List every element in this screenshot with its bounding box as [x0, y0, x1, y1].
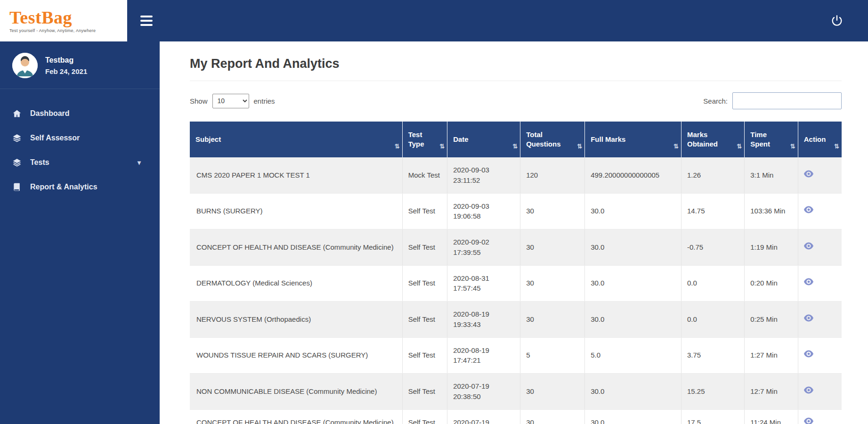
show-entries: Show 10 entries — [190, 94, 275, 108]
table-row: NERVOUS SYSTEM (Orthopaedics)Self Test20… — [190, 302, 842, 338]
column-header-test-type[interactable]: Test Type⇅ — [402, 122, 447, 157]
column-header-label: Test Type — [408, 130, 424, 148]
cell-full-marks: 30.0 — [585, 265, 681, 302]
cell-date: 2020-08-19 17:47:21 — [447, 337, 520, 374]
menu-toggle-icon[interactable] — [140, 14, 156, 28]
sidebar: Testbag Feb 24, 2021 DashboardSelf Asses… — [0, 41, 160, 424]
sidebar-item-label: Tests — [30, 158, 49, 167]
search-input[interactable] — [732, 92, 842, 109]
power-icon — [830, 14, 844, 27]
user-block: Testbag Feb 24, 2021 — [0, 41, 160, 89]
cell-time-spent: 11:24 Min — [745, 409, 798, 424]
table-row: BURNS (SURGERY)Self Test2020-09-03 19:06… — [190, 193, 842, 229]
cell-test-type: Self Test — [402, 409, 447, 424]
view-report-eye-icon[interactable] — [804, 278, 813, 285]
cell-marks-obtained: 17.5 — [681, 409, 745, 424]
logout-power-button[interactable] — [830, 14, 844, 27]
view-report-eye-icon[interactable] — [804, 206, 813, 213]
sidebar-item-label: Report & Analytics — [30, 183, 97, 191]
cell-test-type: Self Test — [402, 374, 447, 410]
column-header-label: Date — [453, 135, 469, 143]
cell-marks-obtained: -0.75 — [681, 229, 745, 266]
main-content: My Report And Analytics Show 10 entries … — [160, 41, 868, 424]
entries-label: entries — [254, 97, 275, 105]
column-header-full-marks[interactable]: Full Marks⇅ — [585, 122, 681, 157]
table-header: Subject⇅Test Type⇅Date⇅Total Questions⇅F… — [190, 122, 842, 157]
column-header-label: Total Questions — [526, 130, 560, 148]
cell-total-questions: 30 — [520, 193, 585, 229]
view-report-eye-icon[interactable] — [804, 314, 813, 322]
cell-subject: DERMATOLOGY (Medical Sciences) — [190, 265, 402, 302]
cell-test-type: Mock Test — [402, 157, 447, 193]
home-icon — [12, 109, 22, 118]
sidebar-nav: DashboardSelf AssessorTests▾Report & Ana… — [0, 101, 160, 199]
cell-subject: NON COMMUNICABLE DISEASE (Community Medi… — [190, 374, 402, 410]
cell-test-type: Self Test — [402, 193, 447, 229]
column-header-time-spent[interactable]: Time Spent⇅ — [745, 122, 798, 157]
column-header-label: Full Marks — [591, 135, 625, 143]
logo: TestBag Test yourself - Anyhow, Anytime,… — [0, 0, 127, 41]
cell-total-questions: 120 — [520, 157, 585, 193]
cell-test-type: Self Test — [402, 302, 447, 338]
table-row: NON COMMUNICABLE DISEASE (Community Medi… — [190, 374, 842, 410]
column-header-label: Action — [804, 135, 826, 143]
cell-action — [798, 302, 842, 338]
sort-icon: ⇅ — [439, 142, 445, 151]
cell-subject: CMS 2020 PAPER 1 MOCK TEST 1 — [190, 157, 402, 193]
cell-marks-obtained: 14.75 — [681, 193, 745, 229]
sort-icon: ⇅ — [577, 142, 582, 151]
sidebar-item-dashboard[interactable]: Dashboard — [0, 101, 160, 126]
cell-date: 2020-09-03 19:06:58 — [447, 193, 520, 229]
cell-test-type: Self Test — [402, 265, 447, 302]
sort-icon: ⇅ — [790, 142, 795, 151]
cell-time-spent: 3:1 Min — [745, 157, 798, 193]
cell-subject: NERVOUS SYSTEM (Orthopaedics) — [190, 302, 402, 338]
column-header-marks-obtained[interactable]: Marks Obtained⇅ — [681, 122, 745, 157]
report-table-body: CMS 2020 PAPER 1 MOCK TEST 1Mock Test202… — [190, 157, 842, 424]
cell-test-type: Self Test — [402, 337, 447, 374]
cell-action — [798, 157, 842, 193]
page-title: My Report And Analytics — [190, 57, 842, 81]
view-report-eye-icon[interactable] — [804, 242, 813, 250]
report-table: Subject⇅Test Type⇅Date⇅Total Questions⇅F… — [190, 122, 842, 424]
cell-action — [798, 193, 842, 229]
cell-marks-obtained: 1.26 — [681, 157, 745, 193]
table-row: CONCEPT OF HEALTH AND DISEASE (Community… — [190, 229, 842, 266]
view-report-eye-icon[interactable] — [804, 386, 813, 394]
cell-full-marks: 30.0 — [585, 193, 681, 229]
column-header-label: Marks Obtained — [687, 130, 718, 148]
cell-full-marks: 30.0 — [585, 229, 681, 266]
sort-icon: ⇅ — [737, 142, 742, 151]
column-header-subject[interactable]: Subject⇅ — [190, 122, 402, 157]
sidebar-item-self-assessor[interactable]: Self Assessor — [0, 126, 160, 150]
logo-title: TestBag — [9, 8, 127, 27]
table-controls: Show 10 entries Search: — [190, 92, 842, 109]
cell-total-questions: 30 — [520, 265, 585, 302]
cell-marks-obtained: 0.0 — [681, 265, 745, 302]
cell-total-questions: 5 — [520, 337, 585, 374]
cell-date: 2020-07-19 20:38:50 — [447, 374, 520, 410]
cell-time-spent: 1:27 Min — [745, 337, 798, 374]
sidebar-item-tests[interactable]: Tests▾ — [0, 150, 160, 175]
cell-marks-obtained: 15.25 — [681, 374, 745, 410]
column-header-label: Time Spent — [750, 130, 770, 148]
table-row: CMS 2020 PAPER 1 MOCK TEST 1Mock Test202… — [190, 157, 842, 193]
cell-action — [798, 409, 842, 424]
cell-subject: BURNS (SURGERY) — [190, 193, 402, 229]
sort-icon: ⇅ — [673, 142, 679, 151]
page-size-select[interactable]: 10 — [212, 94, 249, 108]
cell-total-questions: 30 — [520, 229, 585, 266]
view-report-eye-icon[interactable] — [804, 350, 813, 358]
sidebar-item-report-analytics[interactable]: Report & Analytics — [0, 175, 160, 199]
column-header-total-questions[interactable]: Total Questions⇅ — [520, 122, 585, 157]
cell-date: 2020-08-19 19:33:43 — [447, 302, 520, 338]
cell-subject: WOUNDS TISSUE REPAIR AND SCARS (SURGERY) — [190, 337, 402, 374]
view-report-eye-icon[interactable] — [804, 417, 813, 424]
sort-icon: ⇅ — [395, 142, 400, 151]
report-icon — [12, 182, 22, 192]
view-report-eye-icon[interactable] — [804, 170, 813, 178]
cell-marks-obtained: 0.0 — [681, 302, 745, 338]
column-header-action[interactable]: Action⇅ — [798, 122, 842, 157]
cell-subject: CONCEPT OF HEALTH AND DISEASE (Community… — [190, 409, 402, 424]
column-header-date[interactable]: Date⇅ — [447, 122, 520, 157]
